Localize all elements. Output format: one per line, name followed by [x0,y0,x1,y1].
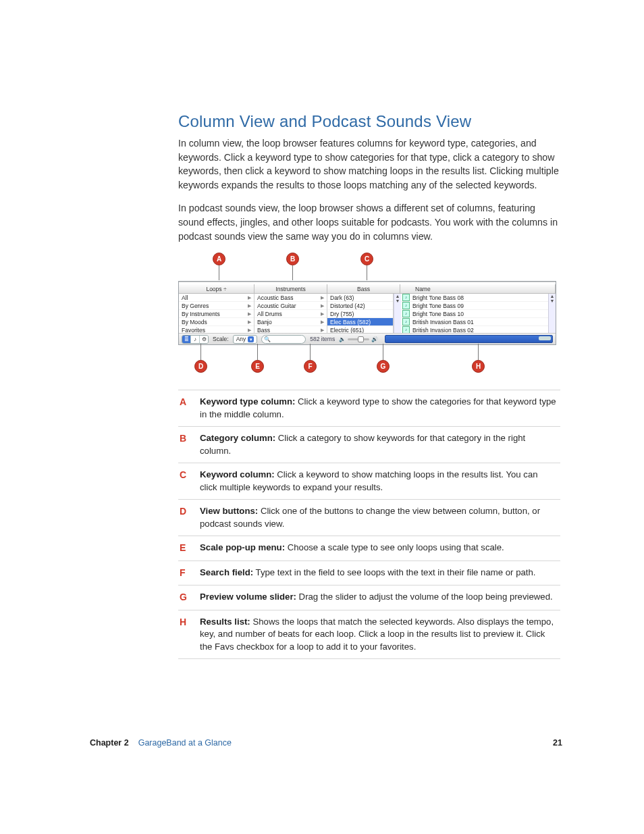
search-field[interactable]: 🔍 [261,335,306,344]
col-head-bass: Bass [327,284,400,294]
preview-volume-slider[interactable]: 🔈 🔊 [339,336,378,342]
col-head-name: Name [400,284,556,294]
category-column[interactable]: Acoustic Bass▶ Acoustic Guitar▶ All Drum… [254,294,327,333]
callout-a: A [213,253,225,265]
speaker-low-icon: 🔈 [339,336,346,342]
col-head-instruments: Instruments [254,284,327,294]
intro-paragraph-1: In column view, the loop browser feature… [178,136,560,192]
search-icon: 🔍 [264,336,271,342]
intro-paragraph-2: In podcast sounds view, the loop browser… [178,201,560,243]
preview-progress[interactable] [385,335,553,343]
section-title: Column View and Podcast Sounds View [178,112,560,131]
callout-g: G [377,360,390,373]
button-view-btn: ♪ [191,336,200,343]
keyword-type-column[interactable]: All▶ By Genres▶ By Instruments▶ By Moods… [179,294,254,333]
loop-browser-diagram: A B C Loops ÷ Instruments Bass Name All▶… [178,253,556,375]
page-footer: Chapter 2 GarageBand at a Glance 21 [90,738,562,748]
callout-e: E [251,360,264,373]
scale-label: Scale: [213,336,229,342]
keyword-scroll[interactable]: ▲▼ [394,294,401,333]
keyword-column[interactable]: Dark (63) Distorted (42) Dry (755) Elec … [327,294,394,333]
callout-b: B [286,253,299,265]
callout-h: H [472,360,485,373]
speaker-high-icon: 🔊 [371,336,378,342]
column-view-btn: ≣ [182,336,191,343]
col-head-loops: Loops ÷ [179,284,254,294]
callout-f: F [304,360,317,373]
results-list[interactable]: ♪Bright Tone Bass 08 ♪Bright Tone Bass 0… [401,294,548,333]
callout-c: C [360,253,373,265]
callout-legend: AKeyword type column: Click a keyword ty… [178,390,560,659]
results-scroll[interactable]: ▲▼ [548,294,556,333]
view-buttons[interactable]: ≣ ♪ ⚙ [182,335,209,344]
podcast-view-btn: ⚙ [200,336,208,343]
item-count: 582 items [310,336,335,342]
scale-popup[interactable]: Any▾ [233,335,258,344]
callout-d: D [194,360,207,373]
